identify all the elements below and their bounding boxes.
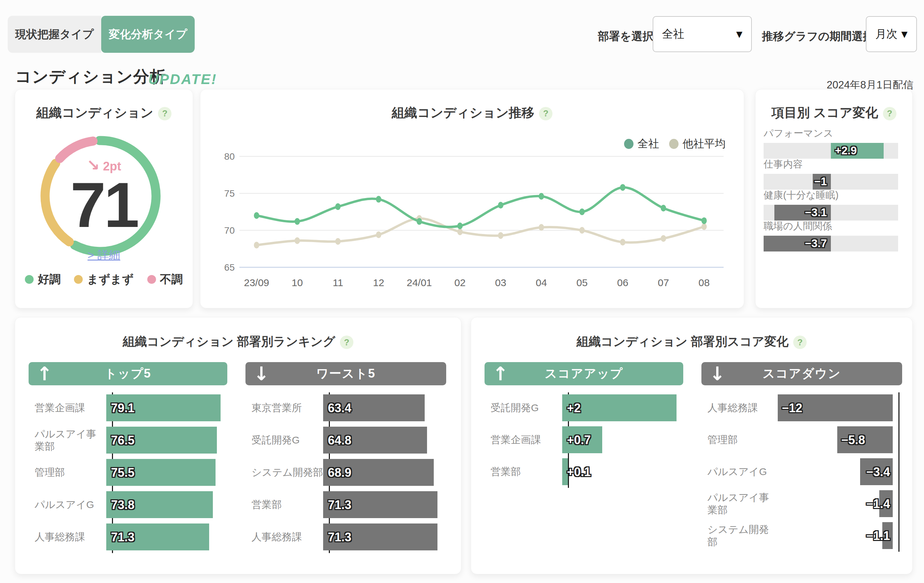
tab-change-analysis[interactable]: 変化分析タイプ (101, 16, 195, 53)
bar-area: 71.3 (106, 524, 221, 550)
dept-select-value: 全社 (662, 26, 684, 42)
item-change-label: 職場の人間関係 (764, 220, 898, 233)
bar-row: システム開発部−1.1 (701, 522, 902, 549)
help-icon[interactable]: ? (340, 335, 353, 349)
help-icon[interactable]: ? (883, 107, 896, 121)
page-title: コンディション分析 (15, 66, 166, 88)
bar-row: パルスアイG73.8 (28, 491, 227, 518)
down-arrow-icon: ↓ (254, 363, 270, 385)
data-point-全社 (254, 212, 259, 219)
bar-row-label: 人事総務課 (701, 401, 778, 414)
bar-area: 68.9 (323, 459, 437, 486)
bar-row-label: 管理部 (28, 466, 106, 479)
item-change-track: +2.9 (764, 143, 898, 159)
bar-value-label: −1.4 (866, 497, 890, 511)
x-tick-label: 03 (495, 277, 506, 288)
legend-label: まずまず (87, 272, 134, 287)
detail-link[interactable]: > 詳細 (15, 248, 193, 263)
column-header-label: スコアアップ (545, 365, 623, 382)
data-point-他社平均 (335, 238, 341, 245)
dept-select-label: 部署を選択 (598, 29, 653, 44)
data-point-他社平均 (376, 231, 381, 238)
bar-value-label: 75.5 (111, 466, 135, 480)
data-point-他社平均 (498, 232, 503, 239)
item-change-value: −1 (814, 175, 827, 188)
bar-row-label: 営業部 (485, 465, 562, 478)
update-badge: UPDATE! (148, 71, 217, 88)
bar-area: −1.1 (778, 522, 893, 549)
bar-row-label: パルスアイ事業部 (701, 491, 778, 517)
data-point-他社平均 (579, 227, 585, 234)
bar-row-label: 人事総務課 (246, 530, 323, 543)
period-select[interactable]: 月次 ▼ (866, 16, 917, 52)
bar-row: パルスアイ事業部−1.4 (701, 490, 902, 517)
x-tick-label: 04 (536, 277, 547, 288)
item-change-value: −3.7 (805, 237, 827, 250)
bar-area: 76.5 (106, 427, 221, 454)
dept-select[interactable]: 全社 ▼ (653, 16, 752, 52)
bar-row: 営業企画課79.1 (28, 395, 227, 421)
bar-value-label: 76.5 (111, 433, 135, 448)
x-tick-label: 02 (454, 277, 465, 288)
legend-dot-icon (25, 275, 34, 284)
data-point-他社平均 (701, 223, 707, 230)
item-change-row: 健康(十分な睡眠)−3.1 (764, 188, 898, 221)
bar-row-label: パルスアイ事業部 (28, 428, 106, 453)
column-rows: 営業企画課79.1パルスアイ事業部76.5管理部75.5パルスアイG73.8人事… (28, 395, 227, 550)
trend-line-chart: 8075706523/0910111224/0102030405060708 (200, 89, 744, 308)
column-rows: 人事総務課−12管理部−5.8パルスアイG−3.4パルスアイ事業部−1.4システ… (701, 395, 902, 549)
bar-value-label: +0.1 (567, 465, 591, 479)
ranking-card-title: 組織コンディション 部署別ランキング? (15, 334, 461, 350)
bar-row-label: パルスアイG (28, 498, 106, 511)
x-tick-label: 07 (658, 277, 669, 288)
bar-value-label: +2 (567, 401, 581, 415)
bar-row: 受託開発G+2 (485, 395, 683, 421)
bar-value-label: 71.3 (328, 530, 351, 544)
data-point-全社 (701, 217, 707, 224)
column-header-label: ワースト5 (316, 365, 376, 382)
y-tick-label: 65 (224, 262, 235, 273)
legend-item-不調: 不調 (147, 272, 183, 287)
x-tick-label: 08 (698, 277, 710, 288)
dept-change-card: 組織コンディション 部署別スコア変化? ↑スコアアップ受託開発G+2営業企画課+… (471, 317, 912, 574)
legend-label: 不調 (160, 272, 183, 287)
legend-label: 好調 (38, 272, 61, 287)
bar-row-label: 管理部 (701, 433, 778, 446)
bar-value-label: 71.3 (328, 498, 351, 512)
column-header-label: スコアダウン (762, 365, 841, 382)
series-line-他社平均 (257, 218, 704, 245)
item-change-card-title: 項目別 スコア変化? (756, 104, 912, 121)
bar-value-label: −12 (782, 401, 802, 415)
bar-row-label: 受託開発G (485, 401, 562, 414)
bar-value-label: 68.9 (328, 466, 351, 480)
item-change-card: 項目別 スコア変化? パフォーマンス+2.9仕事内容−1健康(十分な睡眠)−3.… (755, 89, 912, 308)
bar-row: 人事総務課−12 (701, 395, 902, 421)
legend-item-好調: 好調 (25, 272, 61, 287)
bar-row: 人事総務課71.3 (246, 524, 446, 550)
item-change-label: 仕事内容 (764, 158, 898, 171)
bar-value-label: 71.3 (111, 530, 135, 544)
bar-area: 71.3 (323, 524, 437, 550)
help-icon[interactable]: ? (793, 335, 807, 349)
data-point-他社平均 (254, 242, 259, 248)
bar-value-label: +0.7 (567, 433, 591, 447)
trend-card: 組織コンディション推移? 全社他社平均 8075706523/091011122… (200, 89, 744, 308)
legend-dot-icon (147, 275, 156, 284)
bar-area: 73.8 (106, 491, 221, 518)
bar-row: 管理部75.5 (28, 459, 227, 486)
column-header: ↑スコアアップ (485, 362, 683, 385)
y-tick-label: 70 (224, 225, 235, 236)
bar-row-label: 受託開発G (246, 434, 323, 446)
y-tick-label: 80 (224, 151, 235, 162)
ranking-card-title-text: 組織コンディション 部署別ランキング (123, 335, 335, 348)
bar-value-label: 73.8 (111, 498, 135, 512)
x-tick-label: 10 (292, 277, 303, 288)
bar-value-label: −3.4 (866, 465, 890, 479)
chevron-down-icon: ▼ (901, 30, 908, 39)
x-tick-label: 24/01 (406, 277, 432, 288)
column-rows: 受託開発G+2営業企画課+0.7営業部+0.1 (485, 395, 683, 485)
tab-current-state[interactable]: 現状把握タイプ (8, 16, 101, 53)
bar-row: 営業部71.3 (246, 491, 446, 518)
bar-area: −5.8 (778, 426, 893, 453)
condition-score: 71 (15, 173, 193, 237)
